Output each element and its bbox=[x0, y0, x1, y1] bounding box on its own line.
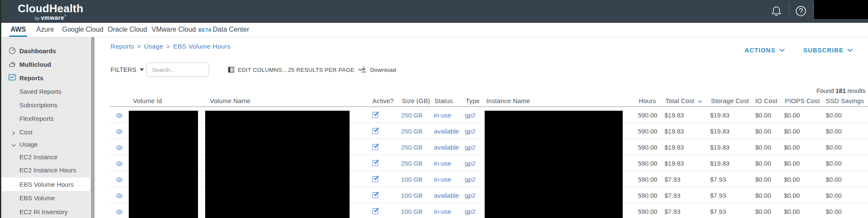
sidebar-item-cost[interactable]: Cost bbox=[0, 125, 90, 139]
download-icon bbox=[361, 66, 367, 73]
view-details-eye-icon[interactable] bbox=[116, 192, 123, 198]
view-details-eye-icon[interactable] bbox=[116, 176, 123, 182]
active-checkbox[interactable] bbox=[372, 160, 378, 166]
active-checkbox[interactable] bbox=[372, 128, 378, 134]
logo-subtitle: by vmware® bbox=[18, 14, 83, 21]
col-header-active[interactable]: Active? bbox=[372, 97, 394, 104]
tab-vmware-cloud[interactable]: VMware CloudBETA bbox=[152, 23, 212, 37]
edit-columns-button[interactable]: EDIT COLUMNS... bbox=[228, 67, 288, 73]
tab-oracle-cloud[interactable]: Oracle Cloud bbox=[108, 23, 147, 37]
logo-brand: vmware bbox=[41, 14, 64, 21]
tab-data-center[interactable]: Data Center bbox=[213, 23, 249, 37]
ssd-savings-cell: $0.00 bbox=[826, 159, 842, 166]
size-cell[interactable]: 250 GB bbox=[401, 143, 423, 150]
tab-google-cloud[interactable]: Google Cloud bbox=[62, 23, 103, 37]
view-details-eye-icon[interactable] bbox=[116, 160, 123, 166]
active-checkbox[interactable] bbox=[372, 208, 378, 214]
sidebar-item-ebs-volume[interactable]: EBS Volume bbox=[0, 191, 90, 204]
type-cell[interactable]: gp2 bbox=[465, 159, 475, 166]
sidebar-item-ec2-instance-hours[interactable]: EC2 Instance Hours bbox=[0, 163, 90, 177]
sidebar-item-ebs-volume-hours[interactable]: EBS Volume Hours bbox=[0, 177, 90, 191]
size-cell[interactable]: 100 GB bbox=[401, 191, 423, 199]
redacted-volume-id-column bbox=[129, 111, 198, 218]
io-cost-cell: $0.00 bbox=[755, 159, 771, 166]
status-cell[interactable]: in-use bbox=[434, 175, 451, 183]
chevron-down-icon bbox=[11, 142, 16, 147]
type-cell[interactable]: gp2 bbox=[465, 143, 475, 150]
type-cell[interactable]: gp2 bbox=[465, 191, 475, 199]
io-cost-cell: $0.00 bbox=[755, 175, 771, 183]
col-header-volume-id[interactable]: Volume Id bbox=[133, 97, 162, 104]
io-cost-cell: $0.00 bbox=[755, 191, 771, 199]
dashboard-gauge-icon bbox=[8, 47, 16, 54]
active-checkbox[interactable] bbox=[372, 144, 378, 150]
size-cell[interactable]: 250 GB bbox=[401, 159, 423, 166]
col-header-total-cost[interactable]: Total Cost bbox=[665, 97, 703, 104]
col-header-io-cost[interactable]: IO Cost bbox=[755, 97, 777, 104]
sidebar-item-ec2-ri-inventory[interactable]: EC2 RI Inventory bbox=[0, 205, 90, 218]
search-input[interactable] bbox=[146, 63, 209, 77]
reports-chart-icon bbox=[8, 74, 16, 82]
io-cost-cell: $0.00 bbox=[755, 127, 771, 134]
sidebar-item-saved-reports[interactable]: Saved Reports bbox=[0, 84, 90, 98]
filters-button[interactable]: FILTERS bbox=[111, 66, 144, 73]
actions-dropdown-button[interactable]: ACTIONS bbox=[745, 47, 785, 54]
total-cost-cell: $7.93 bbox=[665, 207, 681, 215]
platform-tab-bar: AWS Azure Google Cloud Oracle Cloud VMwa… bbox=[0, 23, 868, 37]
view-details-eye-icon[interactable] bbox=[116, 128, 123, 134]
help-icon[interactable] bbox=[795, 5, 807, 17]
cloudhealth-logo[interactable]: CloudHealth by vmware® bbox=[18, 2, 83, 21]
col-header-hours[interactable]: Hours bbox=[639, 97, 656, 104]
status-cell[interactable]: available bbox=[434, 191, 459, 199]
hours-cell: 590.00 bbox=[638, 159, 657, 166]
breadcrumb-reports[interactable]: Reports bbox=[111, 43, 134, 50]
active-checkbox[interactable] bbox=[372, 176, 378, 182]
size-cell[interactable]: 100 GB bbox=[401, 175, 423, 183]
status-cell[interactable]: in-use bbox=[434, 111, 451, 118]
active-checkbox[interactable] bbox=[372, 192, 378, 198]
col-header-status[interactable]: Status bbox=[434, 97, 453, 104]
download-button[interactable]: Download bbox=[361, 66, 396, 73]
breadcrumb-ebs-volume-hours[interactable]: EBS Volume Hours bbox=[173, 43, 231, 50]
type-cell[interactable]: gp2 bbox=[465, 207, 475, 215]
sidebar-item-reports[interactable]: Reports bbox=[0, 71, 90, 84]
status-cell[interactable]: in-use bbox=[434, 159, 451, 166]
type-cell[interactable]: gp2 bbox=[465, 175, 475, 183]
col-header-volume-name[interactable]: Volume Name bbox=[210, 97, 250, 104]
check-icon bbox=[373, 159, 379, 165]
tab-azure[interactable]: Azure bbox=[36, 23, 54, 37]
sidebar-item-ec2-instance[interactable]: EC2 Instance bbox=[0, 150, 90, 164]
status-cell[interactable]: available bbox=[434, 127, 459, 134]
ssd-savings-cell: $0.00 bbox=[826, 191, 842, 199]
sidebar-item-multicloud[interactable]: Multicloud bbox=[0, 57, 90, 71]
col-header-type[interactable]: Type bbox=[466, 97, 480, 104]
col-header-instance-name[interactable]: Instance Name bbox=[486, 97, 530, 104]
sidebar-item-dashboards[interactable]: Dashboards bbox=[0, 44, 90, 57]
sidebar-item-subscriptions[interactable]: Subscriptions bbox=[0, 98, 90, 112]
view-details-eye-icon[interactable] bbox=[116, 144, 123, 150]
size-cell[interactable]: 250 GB bbox=[401, 111, 423, 118]
notifications-bell-icon[interactable] bbox=[770, 5, 783, 17]
breadcrumb-usage[interactable]: Usage bbox=[144, 43, 163, 50]
results-per-page-dropdown[interactable]: 25 RESULTS PER PAGE bbox=[288, 67, 363, 73]
col-header-ssd-savings[interactable]: SSD Savings bbox=[826, 97, 864, 104]
tab-aws[interactable]: AWS bbox=[11, 23, 26, 37]
status-cell[interactable]: in-use bbox=[434, 207, 451, 215]
active-tab-underline bbox=[9, 35, 27, 37]
type-cell[interactable]: gp2 bbox=[465, 127, 475, 134]
col-header-storage-cost[interactable]: Storage Cost bbox=[711, 97, 749, 104]
subscribe-dropdown-button[interactable]: SUBSCRIBE bbox=[803, 47, 853, 54]
check-icon bbox=[373, 191, 379, 197]
status-cell[interactable]: available bbox=[434, 143, 459, 150]
type-cell[interactable]: gp2 bbox=[465, 111, 475, 118]
sidebar-item-usage[interactable]: Usage bbox=[0, 137, 90, 151]
size-cell[interactable]: 100 GB bbox=[401, 207, 423, 215]
sidebar-scrollbar-thumb[interactable] bbox=[91, 37, 95, 218]
size-cell[interactable]: 250 GB bbox=[401, 127, 423, 134]
col-header-piops-cost[interactable]: PIOPS Cost bbox=[785, 97, 820, 104]
view-details-eye-icon[interactable] bbox=[116, 208, 123, 214]
sidebar-item-flexreports[interactable]: FlexReports bbox=[0, 112, 90, 125]
col-header-size-gb[interactable]: Size (GB) bbox=[402, 97, 430, 104]
active-checkbox[interactable] bbox=[372, 112, 378, 118]
view-details-eye-icon[interactable] bbox=[116, 112, 123, 117]
